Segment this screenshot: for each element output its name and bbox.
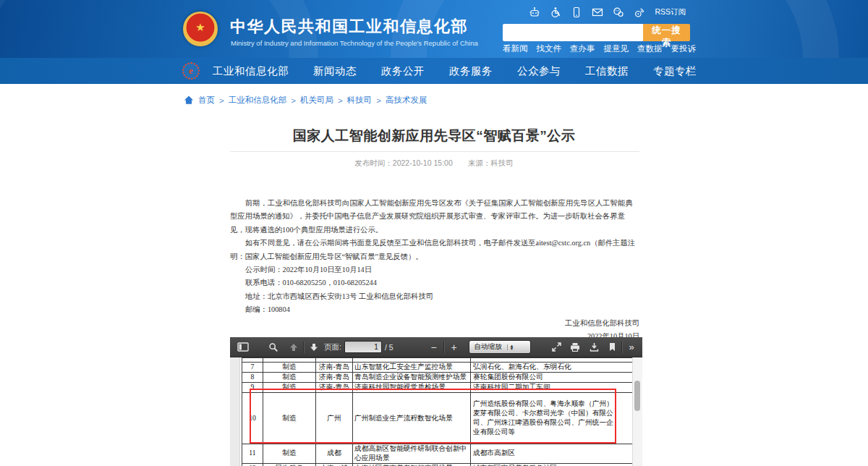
quick-link[interactable]: 提意见 [604, 43, 629, 54]
scene-table: 7 制造 济南-青岛 山东智慧化工安全生产监控场景 弘润石化、新海石化、东明石化… [242, 357, 642, 466]
quick-link[interactable]: 查数据 [637, 43, 663, 54]
cell-scene: 广州制造业生产流程数智化场景 [353, 393, 471, 444]
cell-scene: 上海社区普惠养老智能应用场景 [353, 463, 471, 466]
page-down-icon[interactable] [307, 340, 321, 355]
pdf-scrollbar-thumb[interactable] [634, 381, 640, 411]
breadcrumb-item[interactable]: 高技术发展 [386, 95, 427, 106]
cell-city: 济南-青岛 [316, 383, 353, 393]
mobile-icon[interactable] [571, 7, 582, 18]
nav-item[interactable]: 公众参与 [517, 64, 561, 78]
cell-scene: 成都高新区智能硬件研制联合创新中心应用场景 [353, 444, 471, 464]
paragraph: 前期，工业和信息化部科技司向国家人工智能创新应用先导区发布《关于征集国家人工智能… [230, 197, 639, 237]
info-line: 公示时间：2022年10月10日至10月14日 [230, 263, 639, 276]
nav-item[interactable]: 工业和信息化部 [213, 64, 289, 78]
home-icon [184, 96, 194, 105]
info-line: 邮编：100804 [230, 303, 639, 316]
nav-item[interactable]: 新闻动态 [313, 64, 357, 78]
cell-city: 济南-青岛 [316, 363, 353, 373]
mail-icon[interactable] [592, 7, 603, 18]
cell-city: 济南-青岛 [316, 373, 353, 383]
site-title: 中华人民共和国工业和信息化部 [230, 16, 468, 38]
miit-e-logo-icon: e [182, 62, 200, 80]
article-source: 来源：科技司 [468, 158, 514, 167]
cell-seq: 8 [242, 373, 263, 383]
table-row: 9 制造 济南-青岛 济南科技园智能视觉质检场景 济南科技园二期加工车间 [242, 383, 643, 393]
unified-search-button[interactable]: 统一搜索 [643, 24, 690, 41]
zoom-in-icon[interactable]: + [447, 340, 461, 355]
zoom-out-icon[interactable]: − [427, 340, 441, 355]
breadcrumb-item[interactable]: 机关司局 [300, 95, 333, 106]
main-nav: e 工业和信息化部新闻动态政务公开政务服务公众参与工信数据专题专栏 [0, 58, 868, 84]
breadcrumb-item[interactable]: 工业和信息化部 [229, 95, 287, 106]
search-icon[interactable] [266, 340, 281, 355]
paragraph: 如有不同意见，请在公示期间将书面意见反馈至工业和信息化部科技司，电子邮件发送至a… [230, 237, 639, 263]
assistant-robot-icon[interactable] [529, 7, 540, 18]
cell-industry: 制造 [263, 373, 316, 383]
sidebar-toggle-icon[interactable] [236, 340, 250, 355]
quick-link[interactable]: 要投诉 [671, 43, 697, 54]
cell-units: 济南科技园二期加工车间 [471, 383, 643, 393]
cell-industry: 制造 [263, 383, 316, 393]
national-emblem-logo: ★ [183, 12, 218, 46]
info-line: 联系电话：010-68205250，010-68205244 [230, 276, 639, 289]
toolbar-more-icon[interactable]: » [625, 342, 638, 352]
nav-item[interactable]: 工信数据 [585, 64, 629, 78]
pdf-scrollbar[interactable] [632, 357, 642, 466]
site-header: ★ 中华人民共和国工业和信息化部 Ministry of Industry an… [0, 0, 868, 58]
quick-link[interactable]: 查办事 [570, 43, 595, 54]
page: ★ 中华人民共和国工业和信息化部 Ministry of Industry an… [0, 0, 868, 466]
article-body: 前期，工业和信息化部科技司向国家人工智能创新应用先导区发布《关于征集国家人工智能… [230, 197, 639, 343]
cell-seq: 12 [242, 463, 263, 466]
table-row: 12 民生服务 上海（浦东） 上海社区普惠养老智能应用场景 城市新区宜居养老服务… [242, 463, 643, 466]
signature: 工业和信息化部科技司 [230, 317, 639, 330]
cell-units: 成都市高新区 [471, 444, 643, 464]
page-up-icon[interactable] [286, 340, 301, 355]
cell-city: 上海（浦东） [316, 463, 353, 466]
table-row: 10 制造 广州 广州制造业生产流程数智化场景 广州造纸股份有限公司、粤海永顺泰… [242, 393, 643, 444]
cell-seq: 9 [242, 383, 263, 393]
select-arrows-icon: ▲▼ [507, 344, 514, 350]
rss-subscribe-link[interactable]: RSS订阅 [655, 7, 686, 17]
quick-links: 看新闻找文件查办事提意见查数据要投诉 [503, 43, 696, 54]
nav-item[interactable]: 政务公开 [381, 64, 425, 78]
search-input[interactable] [503, 24, 643, 41]
cell-scene: 济南科技园智能视觉质检场景 [353, 383, 471, 393]
accessibility-icon[interactable] [550, 7, 561, 18]
nav-items: 工业和信息化部新闻动态政务公开政务服务公众参与工信数据专题专栏 [213, 64, 697, 78]
article-meta: 发布时间：2022-10-10 15:00 来源：科技司 [0, 158, 868, 169]
cell-seq: 10 [242, 393, 263, 444]
cell-scene: 青岛制造企业设备智能预测维护场景 [353, 373, 471, 383]
zoom-mode-select[interactable]: 自动缩放 ▲▼ [469, 340, 531, 354]
quick-link[interactable]: 看新闻 [503, 43, 528, 54]
page-total: / 5 [385, 343, 393, 352]
search-bar: 统一搜索 [503, 24, 690, 41]
nav-item[interactable]: 政务服务 [449, 64, 493, 78]
bookmark-icon[interactable] [605, 340, 619, 355]
cell-units: 赛轮集团股份有限公司 [471, 373, 643, 383]
nav-item[interactable]: 专题专栏 [653, 64, 697, 78]
table-row: 8 制造 济南-青岛 青岛制造企业设备智能预测维护场景 赛轮集团股份有限公司 [242, 373, 643, 383]
quick-link[interactable]: 找文件 [537, 43, 562, 54]
header-icon-row: RSS订阅 [499, 7, 686, 18]
pdf-toolbar: 页面: / 5 − + 自动缩放 ▲▼ [230, 337, 642, 357]
breadcrumb: 首页>工业和信息化部>机关司局>科技司>高技术发展 [184, 95, 427, 106]
cell-city: 广州 [316, 393, 353, 444]
table-row: 11 制造 成都 成都高新区智能硬件研制联合创新中心应用场景 成都市高新区 [242, 444, 643, 464]
pdf-viewer: 页面: / 5 − + 自动缩放 ▲▼ [230, 337, 642, 466]
print-icon[interactable] [568, 340, 582, 355]
page-label: 页面: [324, 342, 341, 352]
cell-seq: 11 [242, 444, 263, 464]
page-number-input[interactable] [344, 341, 382, 353]
breadcrumb-item[interactable]: 首页 [198, 95, 215, 106]
breadcrumb-item[interactable]: 科技司 [347, 95, 373, 106]
cell-industry: 制造 [263, 444, 316, 464]
weibo-icon[interactable] [634, 7, 645, 18]
cell-scene: 山东智慧化工安全生产监控场景 [353, 363, 471, 373]
cell-industry: 制造 [263, 363, 316, 373]
download-icon[interactable] [587, 340, 601, 355]
wechat-icon[interactable] [613, 7, 624, 18]
title-divider [230, 151, 639, 152]
site-subtitle: Ministry of Industry and Information Tec… [231, 39, 478, 47]
info-line: 地址：北京市西城区西长安街13号 工业和信息化部科技司 [230, 290, 639, 303]
presentation-mode-icon[interactable] [549, 340, 563, 355]
